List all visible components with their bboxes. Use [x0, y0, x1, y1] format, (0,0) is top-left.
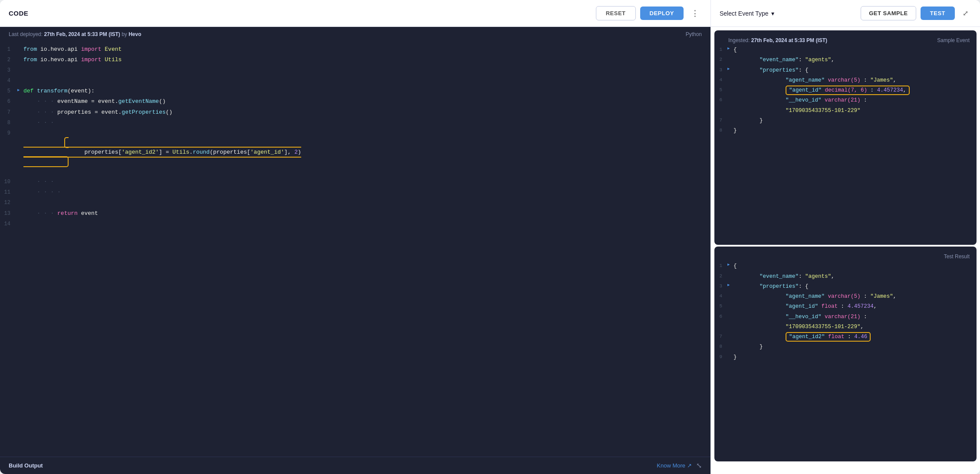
json-line: 3 ▶ "properties": { [714, 66, 977, 76]
right-panel: Select Event Type ▾ GET SAMPLE TEST ⤢ In… [711, 0, 980, 474]
json-line: 5 "agent_id" float : 4.457234, [714, 302, 977, 312]
event-type-label: Select Event Type [720, 10, 769, 17]
json-line: 6 "__hevo_id" varchar(21) : [714, 95, 977, 105]
expand-code-icon[interactable]: ⤡ [696, 461, 702, 470]
json-line: 2 "event_name": "agents", [714, 55, 977, 65]
get-sample-button[interactable]: GET SAMPLE [861, 6, 916, 20]
footer-actions: Know More ↗ ⤡ [657, 461, 702, 470]
code-line: 4 [0, 76, 710, 86]
test-button[interactable]: TEST [921, 7, 955, 20]
left-header: CODE RESET DEPLOY ⋮ [0, 0, 710, 27]
left-panel: CODE RESET DEPLOY ⋮ Last deployed: 27th … [0, 0, 711, 474]
json-line: 3 ▶ "properties": { [714, 282, 977, 292]
test-result-header: Test Result [714, 251, 977, 261]
json-line: 8 } [714, 126, 977, 136]
deployed-info: Last deployed: 27th Feb, 2024 at 5:33 PM… [9, 31, 141, 37]
event-type-selector[interactable]: Select Event Type ▾ [720, 10, 774, 17]
expand-arrows-icon: ⤢ [963, 9, 968, 17]
json-line: 1 ▶ { [714, 45, 977, 55]
code-line: 13 · · · return event [0, 208, 710, 219]
external-link-icon: ↗ [687, 462, 692, 469]
build-output-label: Build Output [9, 462, 43, 469]
json-line: 4 "agent_name" varchar(5) : "James", [714, 76, 977, 86]
language-label: Python [686, 31, 702, 37]
sample-event-panel: Ingested: 27th Feb, 2024 at 5:33 PM (IST… [714, 30, 977, 245]
json-line: 8 } [714, 342, 977, 352]
code-line: 11 · · · · [0, 187, 710, 198]
code-editor: 1 from io.hevo.api import Event 2 from i… [0, 42, 710, 238]
json-line: "1709035433755-101-229", [714, 322, 977, 332]
json-line: "1709035433755-101-229" [714, 106, 977, 116]
json-line: 6 "__hevo_id" varchar(21) : [714, 312, 977, 322]
json-line-highlighted: 5 "agent_id" decimal(7, 6) : 4.457234, [714, 86, 977, 95]
chevron-down-icon: ▾ [771, 10, 774, 17]
expand-right-button[interactable]: ⤢ [959, 7, 971, 20]
right-header: Select Event Type ▾ GET SAMPLE TEST ⤢ [711, 0, 980, 27]
main-container: CODE RESET DEPLOY ⋮ Last deployed: 27th … [0, 0, 980, 474]
left-footer: Build Output Know More ↗ ⤡ [0, 457, 710, 474]
sample-event-label: Sample Event [937, 37, 970, 43]
header-actions: RESET DEPLOY ⋮ [596, 6, 702, 20]
code-line: 14 [0, 219, 710, 229]
know-more-link[interactable]: Know More ↗ [657, 462, 692, 469]
right-header-actions: GET SAMPLE TEST ⤢ [861, 6, 971, 20]
code-container: Last deployed: 27th Feb, 2024 at 5:33 PM… [0, 27, 710, 457]
code-line: 2 from io.hevo.api import Utils [0, 55, 710, 65]
test-result-label: Test Result [944, 253, 970, 260]
code-line: 3 [0, 65, 710, 76]
json-line: 9 } [714, 352, 977, 362]
json-line: 4 "agent_name" varchar(5) : "James", [714, 292, 977, 302]
code-meta: Last deployed: 27th Feb, 2024 at 5:33 PM… [0, 27, 710, 42]
ingested-label: Ingested: [728, 37, 751, 43]
json-line: 2 "event_name": "agents", [714, 272, 977, 282]
code-line: 6 · · · eventName = event.getEventName() [0, 96, 710, 107]
sample-event-header: Ingested: 27th Feb, 2024 at 5:33 PM (IST… [714, 35, 977, 45]
right-content: Ingested: 27th Feb, 2024 at 5:33 PM (IST… [711, 27, 980, 474]
code-title: CODE [9, 10, 28, 17]
code-line: 1 from io.hevo.api import Event [0, 44, 710, 55]
code-line: 10 · · · [0, 177, 710, 187]
code-line: 8 · · · [0, 118, 710, 128]
more-menu-button[interactable]: ⋮ [688, 7, 702, 20]
code-line: 5 ▶ def transform(event): [0, 86, 710, 96]
test-result-panel: Test Result 1 ▶ { 2 "event_name": "agent… [714, 247, 977, 461]
code-line-highlighted: 9 properties['agent_id2'] = Utils.round(… [0, 128, 710, 177]
code-line: 12 [0, 198, 710, 208]
json-line: 7 } [714, 116, 977, 126]
json-line-result-highlighted: 7 "agent_id2" float : 4.46 [714, 332, 977, 342]
code-line: 7 · · · properties = event.getProperties… [0, 107, 710, 118]
more-vert-icon: ⋮ [691, 9, 699, 18]
reset-button[interactable]: RESET [596, 6, 636, 20]
json-line: 1 ▶ { [714, 261, 977, 271]
deploy-button[interactable]: DEPLOY [640, 7, 684, 20]
ingested-date: 27th Feb, 2024 at 5:33 PM (IST) [751, 37, 827, 43]
